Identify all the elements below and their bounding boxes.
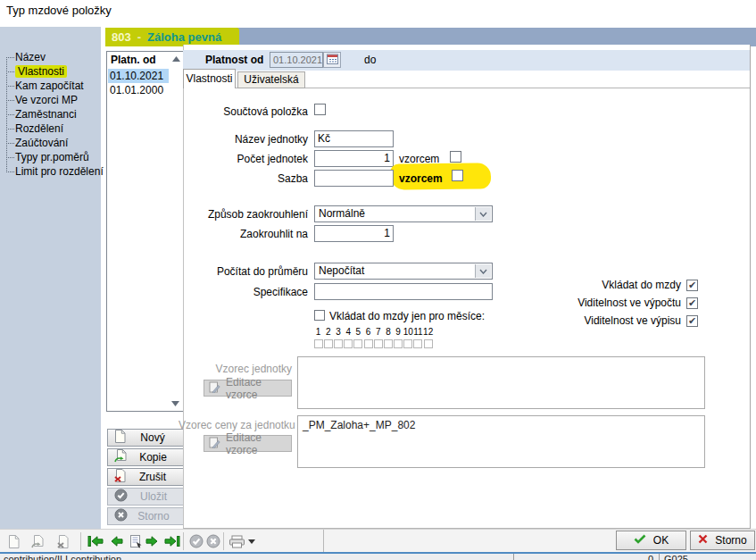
- month-cell: 8: [383, 326, 393, 348]
- month-checkbox[interactable]: [334, 339, 343, 348]
- storno-record-button-label: Storno: [128, 510, 179, 522]
- sidebar-item-label: Zaměstnanci: [15, 108, 77, 121]
- sidebar-item-label: Vlastnosti: [15, 65, 67, 78]
- month-cell: 3: [333, 326, 343, 348]
- flag-checkbox[interactable]: [686, 297, 698, 309]
- month-checkbox[interactable]: [364, 339, 373, 348]
- tab-uzivatelska[interactable]: Uživatelská: [237, 71, 305, 88]
- unit-name-input[interactable]: Kč: [314, 130, 394, 147]
- unit-formula-textarea[interactable]: [297, 356, 705, 409]
- sidebar-item[interactable]: Zaúčtování: [2, 136, 104, 150]
- record-dash: -: [137, 30, 141, 44]
- month-number: 4: [344, 326, 353, 338]
- scroll-up-icon[interactable]: [170, 54, 182, 64]
- print-icon[interactable]: [228, 533, 245, 549]
- month-checkbox[interactable]: [394, 339, 403, 348]
- sidebar-item-label: Název: [15, 51, 46, 63]
- sidebar-item[interactable]: Ve vzorci MP: [2, 93, 104, 107]
- month-checkbox[interactable]: [384, 339, 393, 348]
- previous-record-icon[interactable]: [107, 533, 125, 549]
- ok-button[interactable]: OK: [616, 531, 686, 550]
- new-button-label: Nový: [126, 431, 179, 444]
- month-checkbox[interactable]: [324, 339, 333, 348]
- cancel-circle-icon: [114, 508, 128, 524]
- flag-row: Viditelnost ve výpočtu: [500, 294, 698, 312]
- round-to-input[interactable]: 1: [314, 225, 394, 242]
- sidebar-item-label: Rozdělení: [15, 122, 63, 135]
- scroll-down-icon[interactable]: [170, 398, 181, 409]
- save-button-label: Uložit: [128, 490, 179, 503]
- sum-item-checkbox[interactable]: [314, 104, 326, 115]
- flag-checkbox[interactable]: [686, 315, 698, 327]
- rate-formula-checkbox[interactable]: [452, 170, 463, 181]
- delete-button[interactable]: Zrušit: [107, 468, 184, 486]
- toolbar-separator: [80, 532, 81, 550]
- storno-button[interactable]: Storno: [690, 531, 755, 550]
- sidebar-item[interactable]: Zaměstnanci: [2, 107, 104, 121]
- toolbar-copy-icon[interactable]: [29, 533, 46, 549]
- specification-input[interactable]: [314, 283, 493, 300]
- average-select[interactable]: Nepočítat: [314, 263, 493, 280]
- month-checkbox[interactable]: [403, 339, 412, 348]
- flag-row: Viditelnost ve výpisu: [500, 312, 698, 330]
- validity-row[interactable]: 01.10.2021: [108, 69, 169, 83]
- sidebar-item[interactable]: Kam započítat: [2, 79, 104, 93]
- flag-label: Viditelnost ve výpočtu: [577, 297, 681, 309]
- flag-label: Vkládat do mzdy: [602, 279, 681, 291]
- sidebar-item[interactable]: Limit pro rozdělení: [2, 164, 104, 179]
- status-value-code: G025: [664, 554, 688, 560]
- calendar-button[interactable]: [323, 52, 341, 68]
- price-formula-label: Vzorec ceny za jednotku: [179, 419, 292, 431]
- record-name: Záloha pevná: [147, 30, 221, 44]
- sidebar-item[interactable]: Vlastnosti: [2, 64, 104, 79]
- toolbar-cancel-icon[interactable]: [204, 533, 222, 549]
- price-formula-textarea[interactable]: _PM_Zaloha+_MP_802: [297, 415, 705, 468]
- first-record-icon[interactable]: [86, 533, 105, 549]
- month-checkbox[interactable]: [424, 339, 433, 348]
- month-number: 8: [383, 326, 393, 338]
- print-menu-arrow-icon[interactable]: [246, 533, 257, 549]
- unit-count-input[interactable]: 1: [314, 150, 394, 167]
- flag-checkbox[interactable]: [686, 280, 698, 291]
- toolbar-new-icon[interactable]: [4, 533, 22, 549]
- validity-row[interactable]: 01.01.2000: [108, 83, 169, 97]
- new-button[interactable]: Nový: [107, 429, 184, 447]
- validity-from-input[interactable]: 01.10.2021: [270, 52, 323, 68]
- month-cell: 4: [344, 326, 353, 348]
- unit-count-formula-checkbox[interactable]: [450, 151, 461, 163]
- chevron-down-icon: [475, 264, 491, 278]
- month-checkbox[interactable]: [413, 339, 422, 348]
- month-checkbox[interactable]: [374, 339, 383, 348]
- month-number: 1: [313, 326, 323, 338]
- unit-formula-edit-button[interactable]: Editace vzorce: [204, 380, 292, 397]
- month-cell: 7: [373, 326, 383, 348]
- month-checkbox[interactable]: [314, 339, 323, 348]
- toolbar-separator: [183, 532, 184, 550]
- month-checkbox[interactable]: [353, 339, 362, 348]
- last-record-icon[interactable]: [162, 533, 181, 549]
- months-toggle-checkbox[interactable]: [314, 310, 325, 321]
- storno-record-button[interactable]: Storno: [107, 507, 184, 525]
- sidebar-item[interactable]: Rozdělení: [2, 121, 104, 136]
- next-record-icon[interactable]: [143, 533, 161, 549]
- rounding-method-select[interactable]: Normálně: [314, 205, 493, 222]
- month-cell: 12: [423, 326, 433, 348]
- save-button[interactable]: Uložit: [107, 488, 184, 506]
- toolbar-delete-icon[interactable]: [54, 533, 71, 549]
- edit-formula-icon: [209, 381, 220, 396]
- status-divider: [513, 554, 514, 560]
- month-checkbox[interactable]: [344, 339, 353, 348]
- tab-vlastnosti[interactable]: Vlastnosti: [183, 69, 236, 88]
- price-formula-edit-button[interactable]: Editace vzorce: [204, 435, 292, 452]
- sidebar-tree: Název Vlastnosti Kam započítat Ve vzorci…: [2, 50, 104, 179]
- browse-records-icon[interactable]: [127, 533, 145, 549]
- sidebar-item[interactable]: Typy pr.poměrů: [2, 150, 104, 164]
- toolbar-accept-icon[interactable]: [187, 533, 205, 549]
- copy-button-label: Kopie: [127, 451, 179, 464]
- unit-formula-label: Vzorec jednotky: [179, 363, 292, 375]
- sidebar-item[interactable]: Název: [2, 50, 104, 64]
- rate-input[interactable]: [314, 170, 394, 187]
- copy-button[interactable]: Kopie: [107, 448, 184, 466]
- month-number: 6: [363, 326, 373, 338]
- month-cell: 10: [403, 326, 413, 348]
